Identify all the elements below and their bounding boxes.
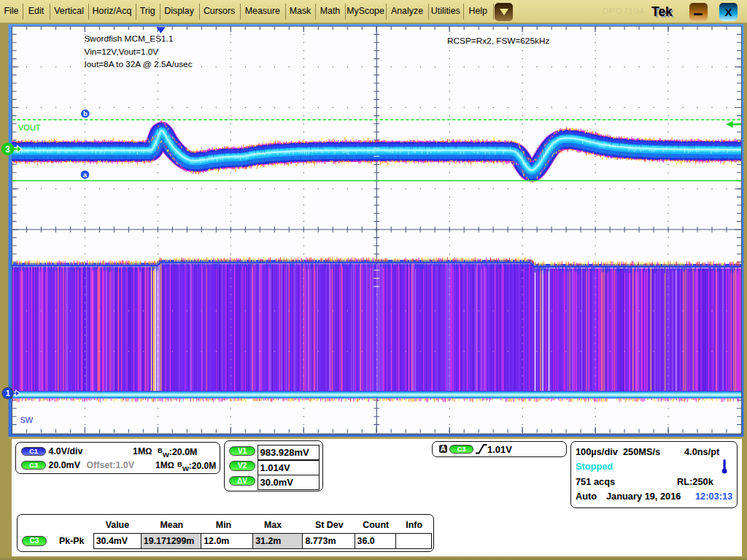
svg-text:VOUT: VOUT <box>18 123 41 132</box>
svg-text:Vin=12V,Vout=1.0V: Vin=12V,Vout=1.0V <box>85 47 159 57</box>
svg-text:b: b <box>83 109 88 117</box>
svg-text:3: 3 <box>5 144 10 155</box>
svg-text:SW: SW <box>20 416 34 424</box>
svg-text:Swordfish MCM_ES1.1: Swordfish MCM_ES1.1 <box>85 34 174 44</box>
svg-text:Iout=8A to 32A @ 2.5A/usec: Iout=8A to 32A @ 2.5A/usec <box>85 59 193 69</box>
svg-text:a: a <box>83 171 88 179</box>
svg-text:1: 1 <box>6 389 10 397</box>
svg-text:RCSP=Rx2, FSW=625kHz: RCSP=Rx2, FSW=625kHz <box>447 36 549 46</box>
